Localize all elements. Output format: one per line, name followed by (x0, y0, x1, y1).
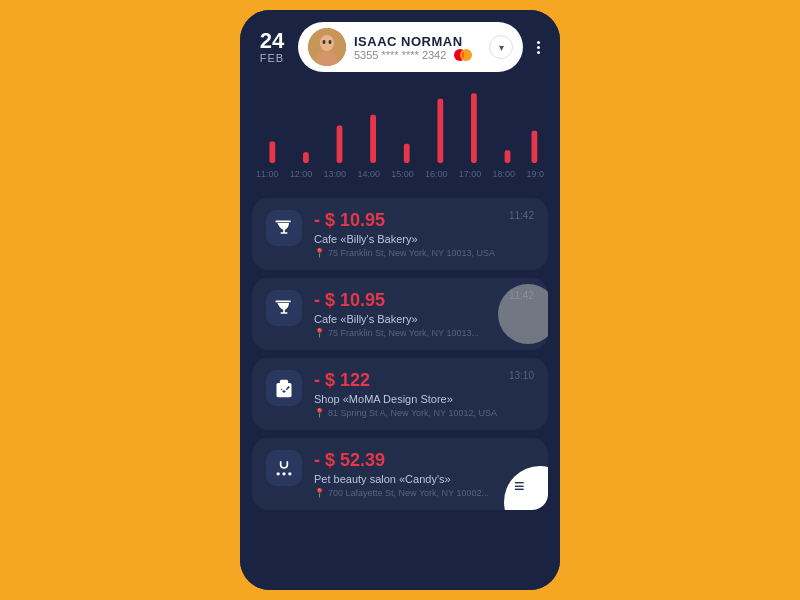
svg-point-1 (320, 35, 334, 51)
svg-rect-14 (505, 150, 511, 163)
pin-icon: 📍 (314, 328, 325, 338)
transaction-address-row: 📍 75 Franklin St, New York, NY 10013... (314, 328, 534, 338)
transaction-icon (266, 370, 302, 406)
transaction-name: Pet beauty salon «Candy's» (314, 473, 534, 485)
transaction-address-row: 📍 81 Spring St A, New York, NY 10012, US… (314, 408, 534, 418)
more-menu-button[interactable] (533, 41, 544, 54)
transaction-amount: - $ 122 (314, 370, 534, 391)
date-day: 24 (260, 30, 284, 52)
transaction-icon (266, 210, 302, 246)
chart-area: 11:00 12:00 13:00 14:00 15:00 16:00 17:0… (240, 80, 560, 190)
transaction-item[interactable]: 13:10 - $ 122 Shop «MoMA Design Store» 📍 (252, 358, 548, 430)
pin-icon: 📍 (314, 488, 325, 498)
svg-point-17 (277, 472, 280, 475)
dropdown-button[interactable]: ▾ (489, 35, 513, 59)
chart-labels: 11:00 12:00 13:00 14:00 15:00 16:00 17:0… (256, 167, 544, 181)
svg-rect-11 (404, 144, 410, 163)
svg-point-4 (329, 40, 332, 44)
svg-point-3 (323, 40, 326, 44)
transaction-content: - $ 52.39 Pet beauty salon «Candy's» 📍 7… (314, 450, 534, 498)
svg-point-19 (282, 472, 285, 475)
user-name: ISAAC NORMAN (354, 34, 481, 49)
svg-point-18 (288, 472, 291, 475)
chart-label: 11:00 (256, 169, 279, 179)
user-card[interactable]: ISAAC NORMAN 5355 **** **** 2342 ▾ (298, 22, 523, 72)
pin-icon: 📍 (314, 248, 325, 258)
chart-label: 12:00 (290, 169, 313, 179)
dot (537, 41, 540, 44)
transaction-time: 11:42 (509, 210, 534, 221)
transaction-address: 700 Lafayette St, New York, NY 10002... (328, 488, 489, 498)
dot (537, 51, 540, 54)
chart-label: 19:0 (526, 169, 544, 179)
avatar (308, 28, 346, 66)
menu-icon: ≡ (514, 476, 525, 497)
transaction-row: - $ 10.95 Cafe «Billy's Bakery» 📍 75 Fra… (266, 210, 534, 258)
svg-rect-9 (337, 126, 343, 164)
date-block: 24 FEB (256, 30, 288, 64)
transaction-icon (266, 450, 302, 486)
svg-rect-10 (370, 115, 376, 163)
mastercard-icon (453, 49, 473, 61)
transaction-item[interactable]: 11:42 - $ 10.95 Cafe «Billy's Bakery» 📍 … (252, 278, 548, 350)
transaction-name: Cafe «Billy's Bakery» (314, 233, 534, 245)
header: 24 FEB ISAAC NORMAN 5355 **** **** 2342 (240, 10, 560, 80)
transaction-time: 13:10 (509, 370, 534, 381)
svg-rect-13 (471, 93, 477, 163)
transaction-amount: - $ 10.95 (314, 210, 534, 231)
svg-rect-12 (437, 99, 443, 163)
transaction-address-row: 📍 700 Lafayette St, New York, NY 10002..… (314, 488, 534, 498)
chart-label: 16:00 (425, 169, 448, 179)
transaction-content: - $ 122 Shop «MoMA Design Store» 📍 81 Sp… (314, 370, 534, 418)
transaction-item[interactable]: - $ 52.39 Pet beauty salon «Candy's» 📍 7… (252, 438, 548, 510)
dot (537, 46, 540, 49)
transaction-address: 81 Spring St A, New York, NY 10012, USA (328, 408, 497, 418)
chart-svg (256, 88, 544, 163)
transaction-item[interactable]: 11:42 - $ 10.95 Cafe «Billy's Bakery» 📍 … (252, 198, 548, 270)
svg-rect-8 (303, 152, 309, 163)
user-info: ISAAC NORMAN 5355 **** **** 2342 (354, 34, 481, 61)
svg-rect-15 (532, 131, 538, 163)
svg-point-6 (460, 49, 472, 61)
transaction-address-row: 📍 75 Franklin St, New York, NY 10013, US… (314, 248, 534, 258)
transaction-name: Shop «MoMA Design Store» (314, 393, 534, 405)
chart-label: 14:00 (357, 169, 380, 179)
date-month: FEB (260, 52, 284, 64)
transaction-address: 75 Franklin St, New York, NY 10013... (328, 328, 479, 338)
chevron-down-icon: ▾ (499, 42, 504, 53)
chart-label: 17:00 (459, 169, 482, 179)
chart-label: 15:00 (391, 169, 414, 179)
chart-label: 18:00 (493, 169, 516, 179)
transaction-list: 11:42 - $ 10.95 Cafe «Billy's Bakery» 📍 … (240, 190, 560, 590)
phone-screen: 24 FEB ISAAC NORMAN 5355 **** **** 2342 (240, 10, 560, 590)
transaction-row: - $ 10.95 Cafe «Billy's Bakery» 📍 75 Fra… (266, 290, 534, 338)
transaction-row: - $ 122 Shop «MoMA Design Store» 📍 81 Sp… (266, 370, 534, 418)
transaction-amount: - $ 52.39 (314, 450, 534, 471)
transaction-row: - $ 52.39 Pet beauty salon «Candy's» 📍 7… (266, 450, 534, 498)
transaction-icon (266, 290, 302, 326)
pin-icon: 📍 (314, 408, 325, 418)
chart-label: 13:00 (324, 169, 347, 179)
svg-rect-7 (269, 142, 275, 163)
card-number: 5355 **** **** 2342 (354, 49, 481, 61)
transaction-content: - $ 10.95 Cafe «Billy's Bakery» 📍 75 Fra… (314, 210, 534, 258)
transaction-address: 75 Franklin St, New York, NY 10013, USA (328, 248, 495, 258)
